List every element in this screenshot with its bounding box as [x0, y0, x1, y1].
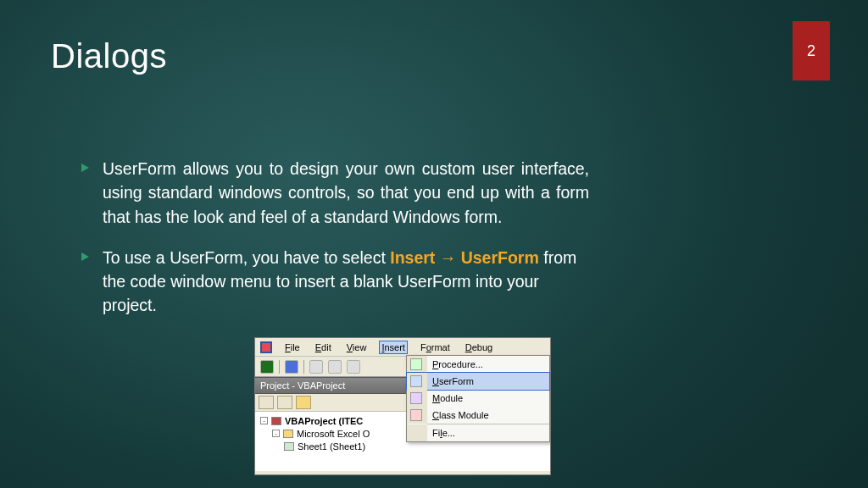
vba-app-icon — [260, 341, 272, 353]
userform-icon — [410, 375, 422, 387]
paste-icon[interactable] — [347, 360, 360, 374]
module-icon — [410, 392, 422, 404]
bullet-text-2: To use a UserForm, you have to select In… — [103, 246, 589, 318]
copy-icon[interactable] — [328, 360, 342, 374]
menu-item-module[interactable]: Module — [407, 390, 549, 407]
view-object-icon[interactable] — [277, 396, 292, 409]
bullet-item: To use a UserForm, you have to select In… — [81, 246, 589, 318]
svg-marker-0 — [81, 164, 89, 172]
highlight-insert: Insert — [390, 248, 435, 267]
svg-rect-3 — [262, 343, 270, 352]
toggle-folders-icon[interactable] — [296, 396, 311, 409]
expander-icon[interactable]: - — [272, 430, 280, 437]
slide-title: Dialogs — [51, 37, 167, 75]
page-number: 2 — [807, 42, 815, 60]
vba-screenshot: File Edit View Insert Format Debug Proje… — [254, 337, 551, 475]
expander-icon[interactable]: - — [260, 417, 268, 424]
bullet-list: UserForm allows you to design your own c… — [81, 157, 589, 335]
highlight-userform: UserForm — [461, 248, 539, 267]
menu-item-class-module[interactable]: Class Module — [407, 407, 549, 424]
project-icon — [271, 417, 281, 425]
menu-view[interactable]: View — [344, 341, 370, 354]
page-number-badge: 2 — [793, 21, 830, 80]
svg-marker-1 — [81, 252, 89, 261]
menu-item-file[interactable]: File... — [407, 424, 549, 441]
excel-icon[interactable] — [260, 360, 274, 374]
procedure-icon — [410, 358, 422, 370]
cut-icon[interactable] — [309, 360, 323, 374]
menu-file[interactable]: File — [282, 341, 303, 354]
slide: 2 Dialogs UserForm allows you to design … — [0, 0, 868, 488]
menubar: File Edit View Insert Format Debug — [255, 338, 550, 357]
menu-debug[interactable]: Debug — [463, 341, 495, 354]
menu-insert[interactable]: Insert — [379, 341, 408, 354]
menu-edit[interactable]: Edit — [313, 341, 334, 354]
toolbar-separator — [279, 360, 280, 374]
menu-item-userform[interactable]: UserForm — [407, 373, 549, 390]
menu-item-procedure[interactable]: Procedure... — [407, 356, 549, 373]
save-icon[interactable] — [285, 360, 298, 374]
menu-format[interactable]: Format — [418, 341, 453, 354]
bullet-arrow-icon — [81, 252, 91, 262]
bullet-text-1: UserForm allows you to design your own c… — [103, 157, 589, 229]
worksheet-icon — [284, 442, 294, 451]
bullet-item: UserForm allows you to design your own c… — [81, 157, 589, 229]
folder-icon — [283, 430, 293, 438]
insert-dropdown-menu: Procedure... UserForm Module Class Modul… — [406, 355, 550, 442]
class-module-icon — [410, 409, 422, 421]
toolbar-separator — [303, 360, 304, 374]
view-code-icon[interactable] — [259, 396, 274, 409]
bullet-arrow-icon — [81, 163, 91, 173]
